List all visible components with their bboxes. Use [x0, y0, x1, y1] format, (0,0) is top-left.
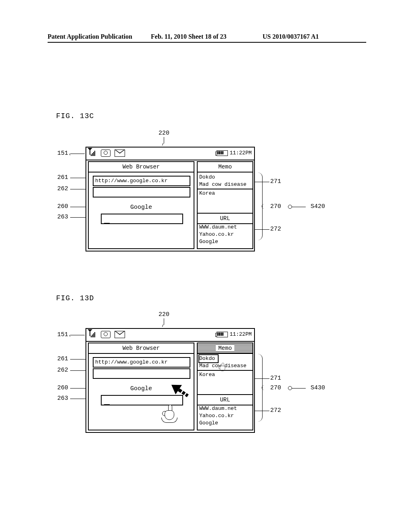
- callout-272-b: 272: [270, 407, 281, 414]
- callout-271: 271: [270, 178, 281, 185]
- lead-220-tick: [162, 143, 163, 145]
- signal-icon: [89, 149, 97, 157]
- header-left: Patent Application Publication: [48, 33, 132, 40]
- contact-icon: [101, 150, 111, 157]
- brace-270: [257, 172, 265, 240]
- memo-title-b: Memo: [198, 343, 252, 354]
- callout-270: 270: [270, 203, 281, 210]
- callout-271-b: 271: [270, 375, 281, 382]
- memo-item-3-b[interactable]: Korea: [199, 372, 251, 378]
- search-field[interactable]: [101, 214, 183, 224]
- battery-icon-b: [217, 332, 228, 337]
- status-bar: 11:22PM: [86, 148, 254, 160]
- url-item-3-b[interactable]: Google: [199, 420, 251, 426]
- figure-13c: 220 151 261 262 260 263 271 272 270 S420: [56, 134, 363, 263]
- url-section-label-b: URL: [220, 397, 230, 403]
- memo-panel-b: Memo Dokdo Mad cow disease Korea URL WWW…: [197, 343, 253, 430]
- phone-screen-b: 11:22PM Web Browser http://www.google.co…: [86, 328, 255, 433]
- figure-13d: 220 151 261 262 260 263 271 272 270 S430: [56, 315, 363, 444]
- status-time: 11:22PM: [229, 150, 252, 156]
- lead-s420-node: [288, 205, 292, 209]
- url-item-1[interactable]: WWW.daum.net: [199, 224, 251, 230]
- brace-270-b: [257, 354, 265, 422]
- callout-262: 262: [57, 185, 68, 192]
- lead-220b-v: [164, 318, 164, 325]
- web-browser-panel-b: Web Browser http://www.google.co.kr Goog…: [88, 343, 194, 430]
- header-rule: [48, 42, 366, 43]
- callout-260-b: 260: [57, 384, 68, 391]
- header-right: US 2010/0037167 A1: [263, 33, 319, 40]
- web-browser-title-b: Web Browser: [89, 343, 194, 354]
- status-bar-b: 11:22PM: [86, 329, 254, 342]
- callout-s420: S420: [311, 203, 325, 210]
- callout-220-b: 220: [159, 311, 169, 318]
- callout-272: 272: [270, 226, 281, 233]
- memo-title: Memo: [198, 162, 252, 172]
- url-item-2[interactable]: Yahoo.co.kr: [199, 231, 251, 237]
- callout-260: 260: [57, 203, 68, 210]
- site-name: Google: [89, 204, 194, 211]
- callout-270-b: 270: [270, 384, 281, 391]
- lead-260: [70, 207, 86, 207]
- url-value-b: http://www.google.co.kr: [95, 359, 167, 365]
- signal-icon-b: [89, 330, 97, 339]
- callout-261-b: 261: [57, 355, 68, 362]
- header-middle: Feb. 11, 2010 Sheet 18 of 23: [151, 33, 227, 40]
- url-item-1-b[interactable]: WWW.daum.net: [199, 405, 251, 411]
- memo-item-1-b[interactable]: Dokdo: [199, 355, 251, 362]
- lead-151-b: [70, 335, 85, 335]
- memo-item-3[interactable]: Korea: [199, 190, 251, 196]
- lead-220b-tick: [162, 324, 163, 327]
- url-field[interactable]: http://www.google.co.kr: [93, 176, 190, 186]
- lead-s430-node: [288, 386, 292, 390]
- callout-151-b: 151: [57, 331, 68, 338]
- url-item-3[interactable]: Google: [199, 239, 251, 245]
- secondary-field-b[interactable]: [93, 368, 190, 379]
- web-browser-panel: Web Browser http://www.google.co.kr Goog…: [88, 161, 194, 249]
- secondary-field[interactable]: [93, 187, 190, 197]
- callout-261: 261: [57, 174, 68, 181]
- lead-151: [70, 154, 85, 154]
- memo-item-1[interactable]: Dokdo: [199, 174, 251, 180]
- callout-220: 220: [159, 130, 169, 137]
- figure-label-13c: FIG. 13C: [56, 112, 94, 120]
- callout-151: 151: [57, 150, 68, 157]
- lead-260-b: [70, 388, 86, 389]
- figure-label-13d: FIG. 13D: [56, 294, 94, 302]
- envelope-icon: [115, 150, 125, 157]
- url-item-2-b[interactable]: Yahoo.co.kr: [199, 413, 251, 419]
- hand-pointer-icon: [162, 404, 176, 420]
- url-value: http://www.google.co.kr: [95, 178, 167, 184]
- callout-262-b: 262: [57, 367, 68, 374]
- url-section-label: URL: [220, 215, 230, 222]
- status-time-b: 11:22PM: [229, 331, 252, 337]
- url-field-b[interactable]: http://www.google.co.kr: [93, 357, 190, 368]
- envelope-icon-b: [115, 331, 125, 338]
- callout-263: 263: [57, 214, 68, 220]
- callout-263-b: 263: [57, 395, 68, 402]
- callout-s430: S430: [311, 384, 325, 391]
- battery-icon: [217, 150, 228, 156]
- phone-screen: 11:22PM Web Browser http://www.google.co…: [86, 147, 255, 251]
- patent-page: { "header": { "left": "Patent Applicatio…: [0, 0, 413, 532]
- web-browser-title: Web Browser: [89, 162, 194, 172]
- contact-icon-b: [101, 331, 111, 338]
- memo-panel: Memo Dokdo Mad cow disease Korea URL WWW…: [197, 161, 253, 249]
- lead-220-v: [164, 137, 164, 143]
- memo-item-2[interactable]: Mad cow disease: [199, 181, 251, 187]
